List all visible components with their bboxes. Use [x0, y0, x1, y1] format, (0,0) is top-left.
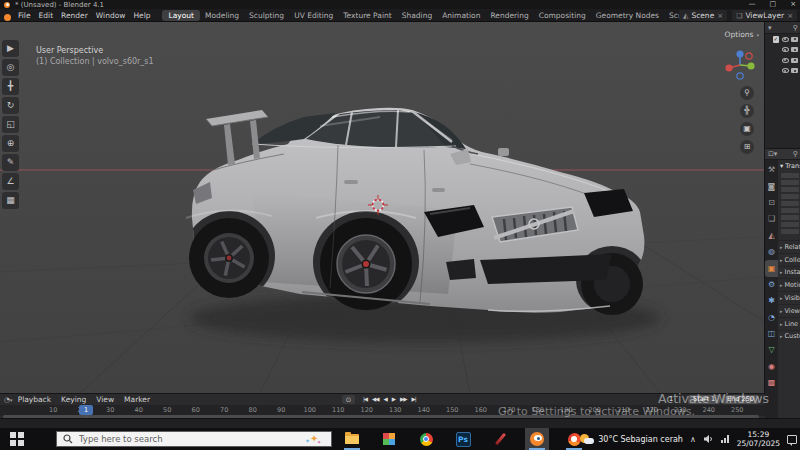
negative-z-handle[interactable]: [737, 73, 743, 79]
y-axis-handle[interactable]: [747, 62, 754, 69]
outliner-row[interactable]: [765, 45, 800, 56]
add-cube-tool-button[interactable]: ▦: [2, 192, 19, 209]
menu-item[interactable]: Window: [92, 11, 130, 20]
chrome-icon[interactable]: [414, 428, 438, 450]
minimize-button[interactable]: —: [749, 0, 756, 8]
paint-tool-icon[interactable]: [488, 428, 512, 450]
outliner-row[interactable]: [765, 66, 800, 77]
transform-field[interactable]: [781, 222, 799, 227]
menu-item[interactable]: File: [14, 11, 35, 20]
workspace-tab[interactable]: Animation: [437, 10, 485, 21]
collapsed-panel[interactable]: ▸Instancing: [778, 266, 800, 279]
file-explorer-icon[interactable]: [340, 428, 364, 450]
render-properties-tab[interactable]: ◙: [765, 178, 778, 194]
measure-tool-button[interactable]: ∠: [2, 173, 19, 190]
output-properties-tab[interactable]: ⊡: [765, 195, 778, 211]
current-frame-field[interactable]: 1: [656, 395, 686, 404]
properties-editor-icon[interactable]: ⊡▾: [768, 150, 777, 158]
workspace-tab[interactable]: UV Editing: [289, 10, 338, 21]
collapsed-panel[interactable]: ▸Motion Paths: [778, 278, 800, 291]
start-button[interactable]: [10, 432, 24, 446]
frame-end-field[interactable]: End 250: [722, 395, 759, 404]
menu-item[interactable]: Render: [57, 11, 92, 20]
object-data-properties-tab[interactable]: ▽: [765, 342, 778, 358]
maximize-button[interactable]: □: [770, 0, 777, 8]
eye-icon[interactable]: [782, 68, 789, 73]
physics-properties-tab[interactable]: ◔: [765, 310, 778, 326]
workspace-tab[interactable]: Modeling: [200, 10, 244, 21]
eye-icon[interactable]: [782, 47, 789, 52]
scene-properties-tab[interactable]: ◭: [765, 228, 778, 244]
close-button[interactable]: ×: [790, 0, 796, 8]
search-icon[interactable]: ⚲: [793, 150, 798, 158]
workspace-tab[interactable]: Rendering: [485, 10, 533, 21]
car-model-volvo-s60r[interactable]: [183, 108, 648, 315]
search-icon[interactable]: ⚲: [793, 24, 798, 32]
photos-app-icon[interactable]: [377, 428, 401, 450]
blender-taskbar-icon[interactable]: [525, 428, 549, 450]
workspace-tab[interactable]: Texture Paint: [338, 10, 396, 21]
rotate-tool-button[interactable]: ↻: [2, 97, 19, 114]
3d-viewport[interactable]: User Perspective (1) Collection | volvo_…: [0, 22, 765, 393]
negative-x-handle[interactable]: [746, 53, 752, 59]
toggle-perspective-icon[interactable]: ⊞: [740, 140, 754, 154]
timeline-menu-item[interactable]: Keying: [56, 395, 91, 404]
workspace-tab-active[interactable]: Layout: [162, 10, 200, 21]
transform-field[interactable]: [781, 173, 799, 178]
scale-tool-button[interactable]: ◱: [2, 116, 19, 133]
volume-icon[interactable]: [703, 434, 713, 444]
clock[interactable]: 15:29 25/07/2025: [737, 430, 780, 448]
transform-panel-header[interactable]: ▾ Transform: [778, 160, 800, 171]
transform-field[interactable]: [781, 180, 799, 185]
previous-keyframe-button[interactable]: ◀◀: [371, 395, 379, 404]
texture-properties-tab[interactable]: ▩: [765, 375, 778, 391]
weather-widget[interactable]: 30°C Sebagian cerah: [580, 433, 683, 445]
outliner-row[interactable]: [765, 55, 800, 66]
transform-field[interactable]: [781, 208, 799, 213]
workspace-tab[interactable]: Sculpting: [244, 10, 289, 21]
collapsed-panel[interactable]: ▸Visibility: [778, 291, 800, 304]
transform-field[interactable]: [781, 194, 799, 199]
network-icon[interactable]: [720, 434, 730, 444]
zoom-icon[interactable]: ⚲: [740, 86, 754, 100]
camera-icon[interactable]: [791, 68, 798, 73]
transform-field[interactable]: [781, 215, 799, 220]
constraints-properties-tab[interactable]: ◫: [765, 326, 778, 342]
tool-properties-tab[interactable]: ⚒: [765, 162, 778, 178]
z-axis-handle[interactable]: [736, 50, 743, 57]
collapsed-panel[interactable]: ▸Custom Properties: [778, 330, 800, 343]
collapsed-panel[interactable]: ▸Collections: [778, 253, 800, 266]
workspace-tab[interactable]: Geometry Nodes: [591, 10, 664, 21]
workspace-tab[interactable]: Shading: [397, 10, 437, 21]
play-button[interactable]: ▶: [391, 395, 396, 404]
taskbar-search[interactable]: ✦✦✦: [56, 431, 332, 447]
timeline-editor-icon[interactable]: ◔▾: [4, 396, 13, 404]
camera-view-icon[interactable]: ▣: [740, 122, 754, 136]
collapsed-panel[interactable]: ▸Relations: [778, 240, 800, 253]
jump-to-start-button[interactable]: |◀: [362, 395, 368, 404]
play-reverse-button[interactable]: ◀: [383, 395, 388, 404]
frame-start-field[interactable]: Start 1: [688, 395, 720, 404]
photoshop-icon[interactable]: Ps: [451, 428, 475, 450]
transform-field[interactable]: [781, 187, 799, 192]
object-properties-tab[interactable]: ▣: [765, 260, 778, 276]
view-layer-properties-tab[interactable]: ❏: [765, 211, 778, 227]
world-properties-tab[interactable]: ◍: [765, 244, 778, 260]
cursor-tool-button[interactable]: ◎: [2, 59, 19, 76]
camera-icon[interactable]: [791, 37, 798, 42]
particles-properties-tab[interactable]: ✱: [765, 293, 778, 309]
navigation-gizmo[interactable]: [723, 48, 757, 82]
outliner-row[interactable]: ✓: [765, 34, 800, 45]
pan-icon[interactable]: ╬: [740, 104, 754, 118]
filter-icon[interactable]: ▾: [768, 24, 772, 32]
annotate-tool-button[interactable]: ✎: [2, 154, 19, 171]
options-dropdown[interactable]: Options▾: [725, 30, 759, 39]
timeline-menu-item[interactable]: View: [91, 395, 119, 404]
tweak-select-tool-button[interactable]: ▶: [2, 40, 19, 57]
transform-tool-button[interactable]: ⊕: [2, 135, 19, 152]
camera-icon[interactable]: [791, 47, 798, 52]
next-keyframe-button[interactable]: ▶▶: [399, 395, 407, 404]
workspace-tab[interactable]: Compositing: [534, 10, 591, 21]
move-tool-button[interactable]: ╋: [2, 78, 19, 95]
auto-keying-button[interactable]: ⊙: [342, 395, 355, 404]
